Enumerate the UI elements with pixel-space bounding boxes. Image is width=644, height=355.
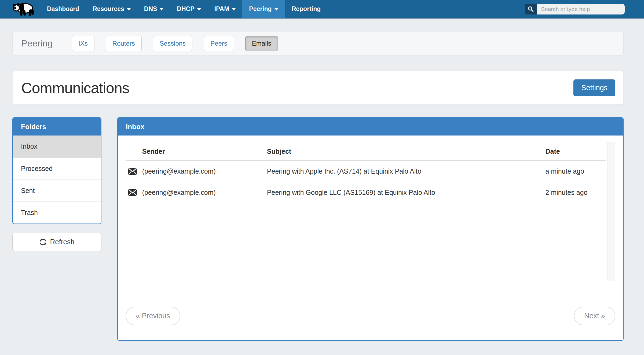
search-icon (528, 6, 534, 12)
email-date: a minute ago (543, 161, 606, 182)
tab-routers[interactable]: Routers (106, 36, 142, 51)
email-table-header-row: Sender Subject Date (126, 142, 606, 161)
folder-item-sent[interactable]: Sent (13, 180, 101, 202)
search-button[interactable] (525, 4, 537, 14)
tab-ixs[interactable]: IXs (72, 36, 94, 51)
tab-peers[interactable]: Peers (204, 36, 234, 51)
folder-item-processed[interactable]: Processed (13, 158, 101, 180)
settings-button[interactable]: Settings (573, 79, 615, 96)
pagination: « Previous Next » (126, 307, 615, 325)
nav-item-dns[interactable]: DNS (137, 0, 170, 18)
email-table: Sender Subject Date (126, 142, 606, 203)
email-date: 2 minutes ago (543, 182, 606, 203)
next-page-button[interactable]: Next » (574, 307, 615, 325)
tab-emails[interactable]: Emails (245, 36, 278, 51)
page-header: Communications Settings (12, 71, 624, 105)
folder-list: Inbox Processed Sent Trash (13, 136, 101, 224)
content-row: Folders Inbox Processed Sent Trash Refre… (12, 117, 624, 341)
nav-label: DHCP (177, 5, 194, 13)
section-label: Peering (21, 38, 72, 49)
email-subject: Peering with Apple Inc. (AS714) at Equin… (265, 161, 543, 182)
global-search (525, 4, 625, 14)
top-navbar: Dashboard Resources DNS DHCP IPAM Peerin… (0, 0, 644, 19)
nav-label: DNS (144, 5, 157, 13)
nav-label: Reporting (292, 5, 321, 13)
main-menu: Dashboard Resources DNS DHCP IPAM Peerin… (40, 0, 327, 18)
app-logo[interactable] (0, 0, 40, 18)
email-table-region: Sender Subject Date (126, 142, 615, 281)
nav-item-dashboard[interactable]: Dashboard (40, 0, 86, 18)
table-scrollbar[interactable] (607, 142, 615, 281)
nav-label: Dashboard (47, 5, 79, 13)
email-sender: (peering@example.com) (140, 161, 265, 182)
email-subject: Peering with Google LLC (AS15169) at Equ… (265, 182, 543, 203)
column-header-subject: Subject (265, 142, 543, 161)
nav-label: Resources (93, 5, 124, 13)
nav-label: IPAM (214, 5, 229, 13)
previous-page-button[interactable]: « Previous (126, 307, 180, 325)
chevron-down-icon (197, 8, 201, 10)
email-row[interactable]: (peering@example.com) Peering with Googl… (126, 182, 606, 203)
page-title: Communications (21, 79, 129, 97)
nav-item-resources[interactable]: Resources (86, 0, 137, 18)
folders-panel-title: Folders (13, 118, 101, 136)
inbox-panel-title: Inbox (118, 118, 623, 136)
search-input[interactable] (537, 4, 625, 14)
chevron-down-icon (275, 8, 278, 10)
chevron-down-icon (127, 8, 131, 10)
envelope-icon (128, 168, 137, 175)
folders-panel: Folders Inbox Processed Sent Trash (12, 117, 101, 224)
column-header-icon (126, 142, 140, 161)
refresh-button[interactable]: Refresh (12, 233, 101, 251)
nav-label: Peering (249, 5, 272, 13)
folders-sidebar: Folders Inbox Processed Sent Trash Refre… (12, 117, 101, 251)
chevron-down-icon (232, 8, 236, 10)
folder-item-inbox[interactable]: Inbox (13, 136, 101, 158)
refresh-icon (39, 238, 47, 246)
email-sender: (peering@example.com) (140, 182, 265, 203)
nav-item-peering[interactable]: Peering (242, 0, 285, 18)
peering-toolbar: Peering IXs Routers Sessions Peers Email… (12, 32, 624, 55)
inbox-panel-body: Sender Subject Date (118, 136, 623, 340)
panda-logo (12, 1, 35, 17)
nav-item-dhcp[interactable]: DHCP (170, 0, 207, 18)
inbox-panel: Inbox Sender Subject Date (117, 117, 624, 341)
email-row[interactable]: (peering@example.com) Peering with Apple… (126, 161, 606, 182)
nav-item-reporting[interactable]: Reporting (285, 0, 328, 18)
chevron-down-icon (160, 8, 163, 10)
tab-sessions[interactable]: Sessions (153, 36, 192, 51)
envelope-icon (128, 189, 137, 196)
refresh-label: Refresh (50, 238, 74, 246)
column-header-date: Date (543, 142, 606, 161)
nav-item-ipam[interactable]: IPAM (208, 0, 243, 18)
folder-item-trash[interactable]: Trash (13, 202, 101, 224)
column-header-sender: Sender (140, 142, 265, 161)
page-content: Peering IXs Routers Sessions Peers Email… (0, 32, 624, 341)
